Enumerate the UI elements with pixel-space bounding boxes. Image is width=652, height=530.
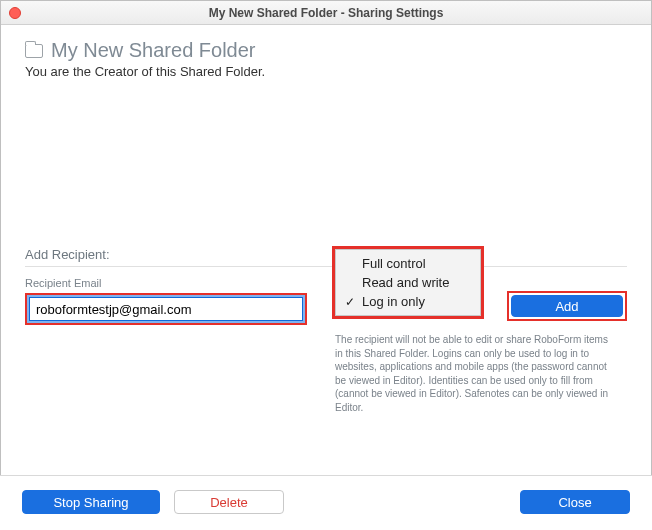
titlebar: My New Shared Folder - Sharing Settings: [1, 1, 651, 25]
permission-option-full-control[interactable]: Full control: [336, 254, 480, 273]
subtitle: You are the Creator of this Shared Folde…: [25, 64, 627, 79]
recipient-row: Add: [25, 293, 627, 325]
folder-icon: [25, 44, 43, 58]
check-icon: ✓: [344, 295, 356, 309]
delete-button[interactable]: Delete: [174, 490, 284, 514]
page-header: My New Shared Folder: [25, 39, 627, 62]
recipient-email-input[interactable]: [29, 297, 303, 321]
email-highlight-box: [25, 293, 307, 325]
close-icon[interactable]: [9, 7, 21, 19]
add-highlight-box: Add: [507, 291, 627, 321]
footer: Stop Sharing Delete Close: [0, 475, 652, 530]
permission-option-read-write[interactable]: Read and write: [336, 273, 480, 292]
permission-dropdown-highlight: Full control Read and write ✓ Log in onl…: [332, 246, 484, 319]
permission-dropdown[interactable]: Full control Read and write ✓ Log in onl…: [335, 249, 481, 316]
close-button[interactable]: Close: [520, 490, 630, 514]
permission-option-log-in-only[interactable]: ✓ Log in only: [336, 292, 480, 311]
permission-option-label: Log in only: [362, 294, 425, 309]
page-title: My New Shared Folder: [51, 39, 256, 62]
permission-option-label: Read and write: [362, 275, 449, 290]
permission-help-text: The recipient will not be able to edit o…: [335, 333, 617, 414]
window-title: My New Shared Folder - Sharing Settings: [9, 6, 643, 20]
add-button[interactable]: Add: [511, 295, 623, 317]
stop-sharing-button[interactable]: Stop Sharing: [22, 490, 160, 514]
add-recipient-label: Add Recipient:: [25, 247, 627, 267]
content-area: My New Shared Folder You are the Creator…: [1, 25, 651, 414]
permission-option-label: Full control: [362, 256, 426, 271]
recipient-email-label: Recipient Email: [25, 277, 627, 289]
